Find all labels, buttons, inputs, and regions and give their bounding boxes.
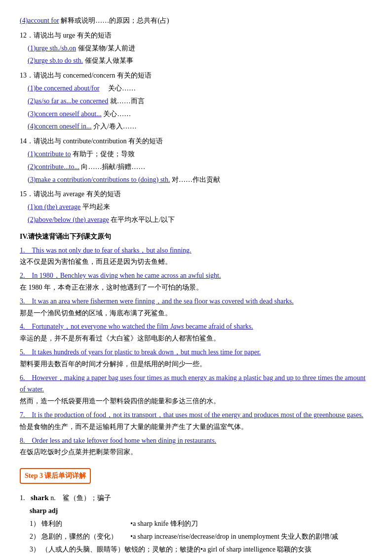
sentence-1-zh: 这不仅是因为害怕鲨鱼，而且还是因为切去鱼鳍。	[20, 256, 372, 268]
roman-4-section: IV.请快速背诵出下列课文原句 1. This was not only due…	[20, 231, 372, 458]
sentence-6: 6. However，making a paper bag uses four …	[20, 372, 372, 407]
phrase-4-zh: 解释或说明……的原因；总共有(占)	[61, 17, 169, 24]
section-15-heading: 15．请说出与 average 有关的短语	[20, 188, 372, 200]
phrase-4-blue: (4)account for	[20, 17, 59, 24]
sentence-2-zh: 在 1980 年，本奇正在潜水，这时他遇到了一个可怕的场景。	[20, 282, 372, 294]
section-13-item-3: (3)concern oneself about... 关心……	[28, 108, 372, 120]
section-15: 15．请说出与 average 有关的短语 (1)on (the) averag…	[20, 188, 372, 225]
sentence-5-en: 5. It takes hundreds of years for plasti…	[20, 348, 261, 356]
sentence-6-zh: 然而，造一个纸袋要用造一个塑料袋四倍的能量和多达三倍的水。	[20, 395, 372, 407]
section-12: 12．请说出与 urge 有关的短语 (1)urge sth./sb.on 催促…	[20, 30, 372, 67]
sentence-5-zh: 塑料要用去数百年的时间才分解掉，但是纸用的时间少一些。	[20, 358, 372, 370]
step3-section: Step 3 课后单词详解 1. shark n. 鲨（鱼）；骗子 sharp …	[20, 461, 372, 555]
sentence-8: 8. Order less and take leftover food hom…	[20, 435, 372, 459]
sentence-7-zh: 恰是食物的生产，而不是运输耗用了大量的能量并产生了大量的温室气体。	[20, 421, 372, 433]
sentence-4: 4. Fortunately，not everyone who watched …	[20, 321, 372, 344]
sentence-8-zh: 在饭店吃饭时少点菜并把剩菜带回家。	[20, 446, 372, 458]
sentence-7-en: 7. It is the production of food，not its …	[20, 411, 363, 419]
section-14: 14．请说出与 contribute/contribution 有关的短语 (1…	[20, 135, 372, 185]
section-14-item-1: (1)contribute to 有助于；促使；导致	[28, 148, 372, 160]
section-13: 13．请说出与 concerned/concern 有关的短语 (1)be co…	[20, 70, 372, 132]
section-12-item-2: (2)urge sb.to do sth. 催促某人做某事	[28, 55, 372, 67]
roman-4-heading: IV.请快速背诵出下列课文原句	[20, 231, 372, 243]
sharp-heading: sharp adj	[30, 505, 372, 517]
sharp-3: 3） （人或人的头脑、眼睛等）敏锐的；灵敏的；敏捷的 •a girl of sh…	[30, 544, 372, 555]
sharp-1: 1） 锋利的 •a sharp knife 锋利的刀	[30, 518, 372, 530]
section-15-item-2: (2)above/below (the) average 在平均水平以上/以下	[28, 214, 372, 226]
sentence-4-zh: 幸运的是，并不是所有看过《大白鲨》这部电影的人都害怕鲨鱼。	[20, 333, 372, 344]
document-body: (4)account for 解释或说明……的原因；总共有(占) 12．请说出与…	[20, 15, 372, 555]
sentence-6-en: 6. However，making a paper bag uses four …	[20, 374, 365, 393]
step3-heading: Step 3 课后单词详解	[20, 468, 91, 484]
section-14-item-3: (3)make a contribution/contributions to …	[28, 174, 372, 186]
sharp-2: 2） 急剧的，骤然的（变化） •a sharp increase/rise/de…	[30, 531, 372, 543]
sentence-7: 7. It is the production of food，not its …	[20, 409, 372, 433]
section-12-item-1: (1)urge sth./sb.on 催促某物/某人前进	[28, 43, 372, 54]
section-13-item-2: (2)as/so far as...be concerned 就……而言	[28, 95, 372, 107]
step3-heading-box: Step 3 课后单词详解	[20, 461, 372, 489]
section-12-heading: 12．请说出与 urge 有关的短语	[20, 30, 372, 42]
sentence-2-en: 2. In 1980，Benchley was diving when he c…	[20, 272, 221, 279]
section-14-heading: 14．请说出与 contribute/contribution 有关的短语	[20, 135, 372, 147]
phrase-4-text: (4)account for 解释或说明……的原因；总共有(占)	[20, 15, 372, 27]
word-shark-label: 1. shark n. 鲨（鱼）；骗子	[20, 492, 372, 505]
sentence-8-en: 8. Order less and take leftover food hom…	[20, 437, 216, 444]
sentence-5: 5. It takes hundreds of years for plasti…	[20, 346, 372, 370]
section-13-item-4: (4)concern oneself in... 介入/卷入……	[28, 121, 372, 132]
sentence-3-en: 3. It was an area where fishermen were f…	[20, 298, 294, 305]
section-13-item-1: (1)be concerned about/for 关心……	[28, 83, 372, 94]
sentence-3: 3. It was an area where fishermen were f…	[20, 296, 372, 319]
section-14-item-2: (2)contribute...to... 向……捐献/捐赠……	[28, 161, 372, 173]
sentence-4-en: 4. Fortunately，not everyone who watched …	[20, 323, 253, 330]
phrase-4: (4)account for 解释或说明……的原因；总共有(占)	[20, 15, 372, 27]
sentence-2: 2. In 1980，Benchley was diving when he c…	[20, 270, 372, 294]
sentence-1: 1. This was not only due to fear of shar…	[20, 245, 372, 268]
sentence-1-en: 1. This was not only due to fear of shar…	[20, 247, 192, 254]
sentence-3-zh: 那是一个渔民切鱼鳍的区域，海底布满了死鲨鱼。	[20, 307, 372, 319]
section-13-heading: 13．请说出与 concerned/concern 有关的短语	[20, 70, 372, 82]
section-15-item-1: (1)on (the) average 平均起来	[28, 201, 372, 213]
sharp-section: sharp adj 1） 锋利的 •a sharp knife 锋利的刀 2） …	[30, 505, 372, 555]
word-shark: 1. shark n. 鲨（鱼）；骗子 sharp adj 1） 锋利的 •a …	[20, 492, 372, 555]
